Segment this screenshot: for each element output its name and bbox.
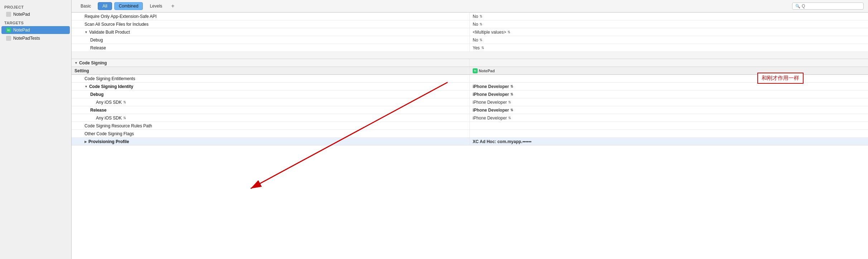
row-validate-product-name: ▼Validate Built Product bbox=[72, 28, 470, 36]
row-scan-source-name: Scan All Source Files for Includes bbox=[72, 20, 470, 28]
row-cs-identity-release-value: iPhone Developer ⇅ bbox=[470, 106, 868, 114]
row-code-signing-entitlements[interactable]: Code Signing Entitlements bbox=[72, 75, 868, 83]
row-cs-entitlements-name: Code Signing Entitlements bbox=[72, 75, 470, 82]
section-code-signing-value bbox=[470, 59, 868, 67]
row-validate-product-value: <Multiple values> ⇅ bbox=[470, 28, 868, 36]
tab-combined[interactable]: Combined bbox=[114, 2, 143, 10]
main-content: Basic All Combined Levels + 🔍 Require On… bbox=[72, 0, 868, 259]
sidebar-project-label: NotePad bbox=[13, 12, 30, 17]
row-scan-source-value: No ⇅ bbox=[470, 20, 868, 28]
search-input[interactable] bbox=[802, 4, 860, 9]
row-prov-profile-name: ▶Provisioning Profile bbox=[72, 138, 470, 145]
notepad-badge-label: NotePad bbox=[479, 69, 495, 73]
row-validate-release-value: Yes ⇅ bbox=[470, 44, 868, 52]
row-validate-product[interactable]: ▼Validate Built Product <Multiple values… bbox=[72, 28, 868, 36]
notepad-icon: ic bbox=[6, 27, 11, 33]
row-require-api-value: No ⇅ bbox=[470, 13, 868, 20]
add-tab-button[interactable]: + bbox=[169, 3, 177, 9]
row-validate-release-name: Release bbox=[72, 44, 470, 52]
col-header-setting: Setting bbox=[72, 67, 470, 74]
targets-section-label: TARGETS bbox=[0, 19, 71, 26]
sidebar: PROJECT NotePad TARGETS ic NotePad NoteP… bbox=[0, 0, 72, 259]
row-cs-other-flags-name: Other Code Signing Flags bbox=[72, 130, 470, 137]
row-cs-identity-debug-name: Debug bbox=[72, 91, 470, 98]
row-validate-debug-name: Debug bbox=[72, 36, 470, 44]
notepadtests-icon bbox=[6, 35, 11, 41]
row-require-api[interactable]: Require Only App-Extension-Safe API No ⇅ bbox=[72, 13, 868, 20]
row-cs-entitlements-value bbox=[470, 75, 868, 82]
row-cs-identity-release-name: Release bbox=[72, 106, 470, 114]
row-cs-other-flags-value bbox=[470, 130, 868, 137]
row-cs-identity-debug[interactable]: Debug iPhone Developer ⇅ bbox=[72, 91, 868, 98]
settings-content: Require Only App-Extension-Safe API No ⇅… bbox=[72, 13, 868, 259]
search-box: 🔍 bbox=[792, 3, 864, 10]
row-cs-other-flags[interactable]: Other Code Signing Flags bbox=[72, 130, 868, 138]
notepad-badge-icon: ic bbox=[473, 68, 478, 73]
row-provisioning-profile[interactable]: ▶Provisioning Profile XC Ad Hoc: com.mya… bbox=[72, 138, 868, 146]
spacer-row bbox=[72, 52, 868, 59]
row-validate-release[interactable]: Release Yes ⇅ bbox=[72, 44, 868, 52]
row-validate-debug[interactable]: Debug No ⇅ bbox=[72, 36, 868, 44]
section-code-signing: ▼Code Signing bbox=[72, 59, 868, 67]
toolbar: Basic All Combined Levels + 🔍 bbox=[72, 0, 868, 13]
column-header-row: Setting ic NotePad bbox=[72, 67, 868, 75]
tab-all[interactable]: All bbox=[98, 2, 112, 10]
row-cs-identity-debug-ios-name: Any iOS SDK ⇅ bbox=[72, 98, 470, 106]
row-cs-identity-release-ios-value: iPhone Developer ⇅ bbox=[470, 114, 868, 122]
tab-basic[interactable]: Basic bbox=[76, 2, 96, 10]
row-scan-source[interactable]: Scan All Source Files for Includes No ⇅ bbox=[72, 20, 868, 28]
row-cs-resource-rules[interactable]: Code Signing Resource Rules Path bbox=[72, 122, 868, 130]
sidebar-notepad-label: NotePad bbox=[13, 28, 30, 33]
sidebar-item-notepad[interactable]: ic NotePad bbox=[1, 26, 70, 34]
sidebar-item-project[interactable]: NotePad bbox=[1, 10, 70, 18]
row-require-api-name: Require Only App-Extension-Safe API bbox=[72, 13, 470, 20]
sidebar-notepadtests-label: NotePadTests bbox=[13, 36, 40, 41]
row-cs-identity-debug-ios-value: iPhone Developer ⇅ bbox=[470, 98, 868, 106]
section-code-signing-label: ▼Code Signing bbox=[72, 59, 470, 67]
row-cs-resource-rules-name: Code Signing Resource Rules Path bbox=[72, 122, 470, 130]
col-header-notepad: ic NotePad bbox=[470, 67, 868, 74]
row-cs-identity-debug-ios[interactable]: Any iOS SDK ⇅ iPhone Developer ⇅ bbox=[72, 98, 868, 106]
row-cs-identity-release[interactable]: Release iPhone Developer ⇅ bbox=[72, 106, 868, 114]
folder-icon bbox=[6, 11, 11, 17]
row-cs-identity-name: ▼Code Signing Identity bbox=[72, 83, 470, 90]
project-section-label: PROJECT bbox=[0, 3, 71, 10]
content-wrapper: Require Only App-Extension-Safe API No ⇅… bbox=[72, 13, 868, 259]
annotation-box: 和刚才作用一样 bbox=[757, 73, 804, 84]
row-code-signing-identity[interactable]: ▼Code Signing Identity iPhone Developer … bbox=[72, 83, 868, 91]
row-cs-identity-value: iPhone Developer ⇅ bbox=[470, 83, 868, 90]
sidebar-item-notepadtests[interactable]: NotePadTests bbox=[1, 34, 70, 42]
search-icon: 🔍 bbox=[795, 4, 800, 9]
row-cs-identity-release-ios-name: Any iOS SDK ⇅ bbox=[72, 114, 470, 122]
row-prov-profile-value: XC Ad Hoc: com.myapp.•••••• bbox=[470, 138, 868, 145]
row-cs-resource-rules-value bbox=[470, 122, 868, 130]
row-validate-debug-value: No ⇅ bbox=[470, 36, 868, 44]
tab-levels[interactable]: Levels bbox=[145, 2, 167, 10]
row-cs-identity-release-ios[interactable]: Any iOS SDK ⇅ iPhone Developer ⇅ bbox=[72, 114, 868, 122]
row-cs-identity-debug-value: iPhone Developer ⇅ bbox=[470, 91, 868, 98]
